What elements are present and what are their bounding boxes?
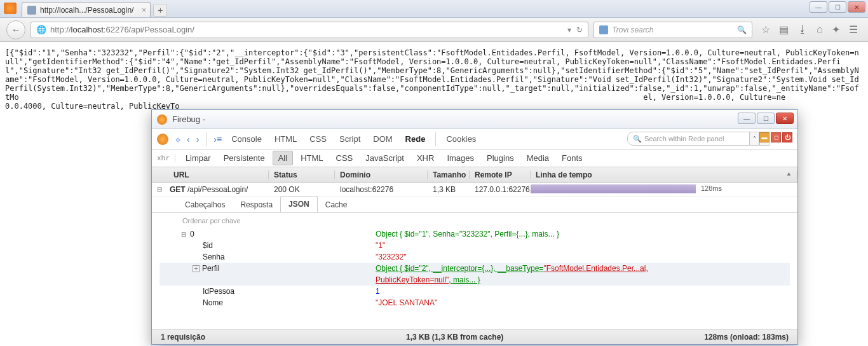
it-cache[interactable]: Cache	[318, 197, 355, 212]
tree-row-nome[interactable]: Nome "JOEL SANTANA"	[159, 297, 790, 308]
firebug-minimize-button[interactable]: —	[738, 113, 756, 124]
sub-all[interactable]: All	[273, 151, 293, 165]
tab-rede[interactable]: Rede	[400, 132, 431, 146]
firebug-window: Firebug - — ☐ ✕ ⟐ ‹ › ›≡ Console HTML CS…	[151, 109, 798, 345]
bookmark-star-icon[interactable]: ☆	[761, 24, 770, 36]
browser-tab[interactable]: http://localh.../PessoaLogin/ ×	[22, 2, 151, 17]
sub-media[interactable]: Media	[522, 151, 554, 165]
sub-html[interactable]: HTML	[295, 151, 328, 165]
reload-icon[interactable]: ↻	[576, 25, 583, 34]
firebug-titlebar[interactable]: Firebug - — ☐ ✕	[152, 110, 797, 129]
row-toggle-icon[interactable]: ⊟	[152, 186, 165, 193]
tree-row-root[interactable]: ⊟0 Object { $id="1", Senha="323232", Per…	[159, 228, 790, 240]
firebug-main-tabs: ⟐ ‹ › ›≡ Console HTML CSS Script DOM Red…	[152, 129, 797, 149]
firebug-close-button[interactable]: ✕	[776, 113, 794, 124]
firebug-next-icon[interactable]: ›	[194, 134, 201, 144]
firebug-maximize-button[interactable]: ☐	[757, 113, 775, 124]
tab-console[interactable]: Console	[226, 132, 267, 146]
tree-row-id[interactable]: $id "1"	[159, 240, 790, 251]
tab-script[interactable]: Script	[334, 132, 365, 146]
window-controls: — ☐ ✕	[810, 1, 865, 13]
search-engine-icon	[599, 25, 608, 34]
status-requests: 1 requisição	[161, 333, 205, 342]
firebug-prev-icon[interactable]: ‹	[185, 134, 192, 144]
dropdown-icon[interactable]: ▾	[567, 25, 571, 34]
tab-dom[interactable]: DOM	[368, 132, 397, 146]
col-url[interactable]: URL	[152, 170, 269, 179]
it-cabecalhos[interactable]: Cabeçalhos	[177, 197, 233, 212]
sub-limpar[interactable]: Limpar	[180, 151, 216, 165]
timing-bar	[531, 184, 696, 193]
firefox-menu-icon[interactable]	[4, 3, 17, 14]
sub-fonts[interactable]: Fonts	[557, 151, 588, 165]
tree-row-idpessoa[interactable]: IdPessoa 1	[159, 286, 790, 297]
firebug-search-input[interactable]: Search within Rede panel	[627, 132, 754, 146]
window-minimize-button[interactable]: —	[810, 1, 827, 13]
col-timeline[interactable]: Linha de tempo	[531, 170, 797, 179]
sub-persistente[interactable]: Persistente	[219, 151, 270, 165]
col-size[interactable]: Tamanho	[428, 170, 470, 179]
net-columns-header: URL Status Domínio Tamanho Remote IP Lin…	[152, 167, 797, 183]
firebug-title: Firebug -	[172, 114, 205, 124]
nav-back-button[interactable]: ←	[6, 20, 25, 39]
search-icon[interactable]: 🔍	[737, 25, 747, 34]
firebug-icon	[157, 114, 167, 125]
url-bar[interactable]: 🌐 http://localhost:62276/api/PessoaLogin…	[31, 22, 588, 38]
sub-plugins[interactable]: Plugins	[482, 151, 519, 165]
net-request-row[interactable]: ⊟ GET /api/PessoaLogin/ 200 OK localhost…	[152, 183, 797, 197]
json-tree: ⊟0 Object { $id="1", Senha="323232", Per…	[152, 228, 797, 308]
status-size: 1,3 KB (1,3 KB from cache)	[406, 333, 503, 342]
firebug-statusbar: 1 requisição 1,3 KB (1,3 KB from cache) …	[152, 329, 797, 344]
toggle-collapse-icon[interactable]: ⊟	[180, 229, 187, 240]
sub-js[interactable]: JavaScript	[360, 151, 409, 165]
toggle-expand-icon[interactable]: +	[193, 265, 200, 272]
col-status[interactable]: Status	[269, 170, 335, 179]
firebug-net-subtabs: xhr Limpar Persistente All HTML CSS Java…	[152, 149, 797, 167]
browser-toolbar: ← 🌐 http://localhost:62276/api/PessoaLog…	[0, 18, 868, 42]
response-inner-tabs: Cabeçalhos Resposta JSON Cache	[152, 197, 797, 213]
globe-icon: 🌐	[36, 25, 46, 34]
firebug-logo-icon[interactable]	[157, 134, 168, 145]
firebug-inspect-icon[interactable]: ⟐	[173, 134, 182, 144]
tab-css[interactable]: CSS	[304, 132, 332, 146]
page-favicon-icon	[27, 6, 36, 15]
downloads-icon[interactable]: ⭳	[797, 24, 808, 36]
col-domain[interactable]: Domínio	[335, 170, 428, 179]
tab-html[interactable]: HTML	[269, 132, 302, 146]
tab-title: http://localh.../PessoaLogin/	[40, 6, 133, 15]
home-icon[interactable]: ⌂	[817, 24, 823, 36]
addon-icon[interactable]: ✦	[832, 24, 840, 36]
panel-min-button[interactable]: ▬	[759, 132, 770, 142]
sub-css[interactable]: CSS	[331, 151, 358, 165]
library-icon[interactable]: ▤	[779, 24, 789, 36]
status-time: 128ms (onload: 183ms)	[704, 333, 789, 342]
new-tab-button[interactable]: +	[153, 4, 167, 17]
col-remote-ip[interactable]: Remote IP	[470, 170, 531, 179]
sub-images[interactable]: Images	[442, 151, 479, 165]
sub-xhr[interactable]: XHR	[412, 151, 439, 165]
window-maximize-button[interactable]: ☐	[829, 1, 846, 13]
firebug-cmd-icon[interactable]: ›≡	[212, 134, 224, 144]
it-resposta[interactable]: Resposta	[233, 197, 280, 212]
search-bar[interactable]: Trovi search 🔍	[593, 22, 752, 38]
sort-hint[interactable]: Ordenar por chave	[152, 213, 797, 228]
it-json[interactable]: JSON	[280, 196, 318, 212]
window-close-button[interactable]: ✕	[848, 1, 865, 13]
tab-cookies[interactable]: Cookies	[441, 132, 481, 146]
menu-icon[interactable]: ☰	[849, 24, 858, 36]
browser-titlebar: http://localh.../PessoaLogin/ × + — ☐ ✕	[0, 0, 868, 18]
page-raw-json: [{"$id":"1","Senha":"323232","Perfil":{"…	[0, 42, 868, 117]
xhr-label: xhr	[157, 154, 175, 162]
tree-row-perfil[interactable]: +Perfil Object { $id="2", __interceptor=…	[159, 263, 790, 274]
panel-detach-button[interactable]: ◻	[771, 132, 781, 142]
panel-off-button[interactable]: ⏻	[782, 132, 792, 142]
tab-close-icon[interactable]: ×	[142, 5, 147, 15]
tree-row-senha[interactable]: Senha "323232"	[159, 251, 790, 263]
panel-up-button[interactable]: ˄	[749, 132, 759, 146]
tree-row-perfil-cont[interactable]: PublicKeyToken=null", mais... }	[159, 274, 790, 286]
